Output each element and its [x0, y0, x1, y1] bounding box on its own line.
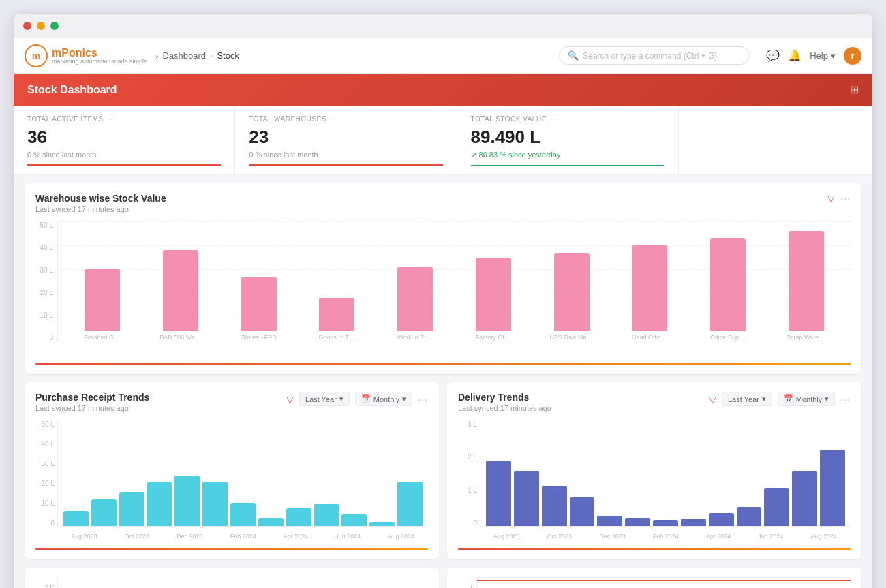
bar-label-4: Goods In T ... — [301, 334, 373, 341]
purchase-y-axis: 50 L 40 L 30 L 20 L 10 L 0 — [35, 420, 57, 527]
purchase-year-filter[interactable]: Last Year ▾ — [299, 392, 350, 406]
search-bar[interactable]: 🔍 Search or type a command (Ctrl + G) — [559, 46, 750, 65]
kpi-row: TOTAL ACTIVE ITEMS ··· 36 0 % since last… — [14, 106, 872, 175]
bottom-right-baseline — [477, 580, 851, 581]
kpi-label-stock-value: TOTAL STOCK VALUE ··· — [471, 115, 664, 123]
purchase-period-label: Monthly — [373, 395, 400, 403]
delivery-bar-5 — [597, 516, 622, 527]
purchase-period-filter[interactable]: 📅 Monthly ▾ — [355, 392, 413, 406]
search-icon: 🔍 — [568, 50, 579, 61]
breadcrumb-stock[interactable]: Stock — [217, 50, 239, 61]
delivery-period-label: Monthly — [796, 395, 823, 403]
warehouse-chart-card: Warehouse wise Stock Value Last synced 1… — [25, 183, 861, 374]
bottom-right-bars — [477, 577, 851, 588]
delivery-period-filter[interactable]: 📅 Monthly ▾ — [778, 392, 836, 406]
bar-head-offic — [632, 245, 667, 331]
purchase-bar-5 — [174, 476, 200, 526]
breadcrumb-dashboard[interactable]: Dashboard — [162, 50, 206, 61]
bar-group-7: UPS Raw Ma ... — [535, 221, 608, 341]
purchase-bar-4 — [147, 482, 172, 526]
kpi-value-active-items: 36 — [27, 127, 221, 148]
bar-label-3: Stores - FPD — [222, 334, 295, 341]
delivery-more-icon[interactable]: ··· — [840, 394, 851, 405]
warehouse-chart-header: Warehouse wise Stock Value Last synced 1… — [35, 193, 851, 213]
delivery-calendar-icon: 📅 — [784, 394, 793, 403]
delivery-year-chevron: ▾ — [762, 394, 766, 403]
purchase-chart-divider — [35, 548, 428, 550]
bar-group-10: Scrap Ware ... — [769, 221, 842, 341]
delivery-bar-9 — [709, 513, 734, 526]
two-col-charts: Purchase Receipt Trends Last synced 17 m… — [25, 382, 861, 559]
bar-finished-g — [85, 269, 120, 331]
chat-icon[interactable]: 💬 — [766, 49, 780, 62]
titlebar — [14, 14, 872, 38]
maximize-button[interactable] — [50, 22, 59, 30]
delivery-year-label: Last Year — [728, 395, 759, 403]
delivery-bar-3 — [542, 486, 567, 526]
purchase-chart-actions: ▽ Last Year ▾ 📅 Monthly ▾ ··· — [286, 392, 428, 406]
kpi-change-stock: ↗ 80.83 % since yesterday — [471, 151, 664, 166]
delivery-bar-11 — [764, 488, 789, 526]
bell-icon[interactable]: 🔔 — [788, 49, 801, 62]
help-button[interactable]: Help ▾ — [810, 50, 836, 61]
logo[interactable]: m mPonics marketing automation made simp… — [25, 44, 147, 67]
bar-group-1: Finished G ... — [66, 221, 139, 341]
delivery-bar-12 — [792, 471, 817, 526]
kpi-dots-3[interactable]: ··· — [551, 115, 558, 123]
bar-label-2: BAR 500 Wa ... — [144, 334, 217, 341]
close-button[interactable] — [23, 22, 31, 30]
purchase-calendar-icon: 📅 — [361, 394, 371, 403]
help-label: Help — [810, 50, 828, 61]
kpi-dots-1[interactable]: ··· — [108, 115, 115, 123]
bar-label-10: Scrap Ware ... — [769, 334, 842, 341]
delivery-chart-area: 3 L 2 L 1 L 0 — [458, 420, 851, 543]
delivery-bar-2 — [514, 471, 539, 526]
dashboard-header: Stock Dashboard ⊞ — [14, 74, 872, 106]
delivery-y-axis: 3 L 2 L 1 L 0 — [458, 420, 480, 527]
purchase-more-icon[interactable]: ··· — [418, 394, 428, 405]
minimize-button[interactable] — [37, 22, 45, 30]
bottom-right-chart: 0 -50 -100 — [458, 577, 851, 588]
bar-group-8: Head Offic ... — [613, 221, 686, 341]
avatar[interactable]: r — [844, 47, 861, 65]
purchase-bar-2 — [91, 499, 117, 526]
warehouse-chart-title: Warehouse wise Stock Value — [35, 193, 166, 204]
kpi-dots-2[interactable]: ··· — [331, 115, 338, 123]
bar-group-4: Goods In T ... — [301, 221, 373, 341]
delivery-chart-card: Delivery Trends Last synced 17 minutes a… — [447, 382, 861, 559]
purchase-bar-6 — [202, 482, 228, 526]
breadcrumb-sep-icon: › — [155, 50, 158, 61]
purchase-bar-9 — [286, 508, 311, 526]
warehouse-more-icon[interactable]: ··· — [840, 193, 851, 204]
bar-group-5: Work In Pr ... — [379, 221, 452, 341]
purchase-filter-icon[interactable]: ▽ — [286, 394, 294, 405]
delivery-filter-icon[interactable]: ▽ — [709, 394, 716, 405]
delivery-year-filter[interactable]: Last Year ▾ — [722, 392, 772, 406]
bar-ups-raw-ma — [554, 253, 590, 331]
purchase-bar-13 — [397, 482, 423, 526]
purchase-chart-card: Purchase Receipt Trends Last synced 17 m… — [25, 382, 439, 559]
purchase-bar-7 — [230, 503, 256, 526]
bar-label-7: UPS Raw Ma ... — [535, 334, 608, 341]
bottom-col-charts: 2 K 1.5 K 1 K 0 -50 — [25, 568, 861, 588]
delivery-bar-1 — [486, 461, 511, 526]
delivery-chart-actions: ▽ Last Year ▾ 📅 Monthly ▾ ··· — [709, 392, 851, 406]
delivery-bar-6 — [625, 518, 650, 526]
bar-goods-in-t — [319, 298, 354, 331]
bar-group-6: Factory Of ... — [457, 221, 530, 341]
top-navigation: m mPonics marketing automation made simp… — [14, 38, 872, 74]
purchase-x-labels: Aug 2023 Oct 2023 Dec 2023 Feb 2024 Apr … — [57, 529, 428, 543]
bar-factory-of — [476, 258, 511, 332]
bar-group-3: Stores - FPD — [222, 221, 295, 341]
warehouse-filter-icon[interactable]: ▽ — [827, 193, 835, 204]
bottom-right-y-axis: 0 -50 -100 — [458, 577, 477, 588]
bar-label-1: Finished G ... — [66, 334, 139, 341]
warehouse-bars: Finished G ... BAR 500 Wa ... Stores - F… — [57, 221, 851, 341]
logo-subtitle: marketing automation made simple — [52, 58, 147, 65]
logo-m: m — [32, 50, 40, 61]
kpi-card-active-items: TOTAL ACTIVE ITEMS ··· 36 0 % since last… — [14, 106, 235, 174]
purchase-period-chevron: ▾ — [402, 394, 406, 403]
kpi-card-warehouses: TOTAL WAREHOUSES ··· 23 0 % since last m… — [235, 106, 457, 174]
bar-bar500 — [163, 250, 198, 331]
dashboard-header-icon[interactable]: ⊞ — [850, 83, 859, 96]
